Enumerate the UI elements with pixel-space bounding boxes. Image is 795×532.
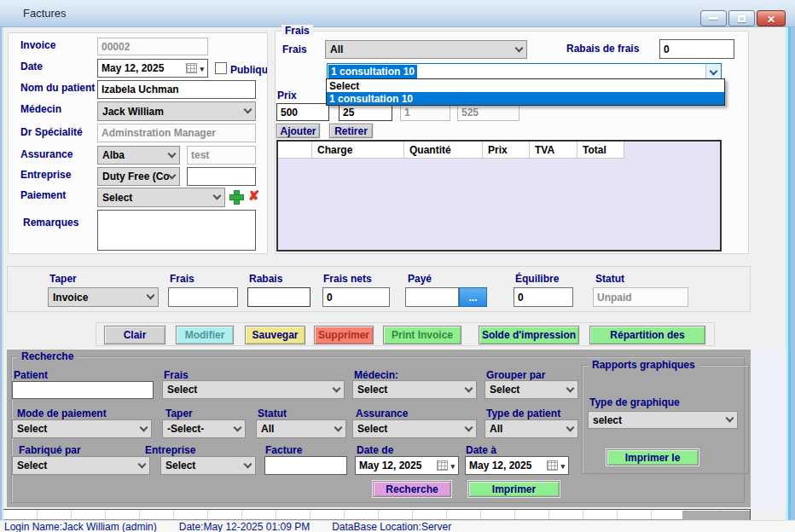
- paye-label: Payé: [408, 273, 432, 285]
- chevron-down-icon: [465, 384, 473, 392]
- combo-dropdown-button[interactable]: [705, 64, 721, 79]
- company-select[interactable]: Duty Free (Co: [97, 167, 180, 186]
- search-medecin-select[interactable]: Select: [352, 380, 477, 399]
- insurance-note-field[interactable]: test: [187, 146, 256, 165]
- search-type-patient-label: Type de patient: [486, 408, 560, 419]
- date-picker[interactable]: May 12, 2025: [97, 59, 208, 78]
- frais-total-field[interactable]: [168, 287, 238, 307]
- chevron-down-icon: [244, 106, 252, 114]
- maximize-icon: [738, 15, 746, 22]
- search-patient-label: Patient: [14, 369, 48, 381]
- insurance-select[interactable]: Alba: [97, 146, 180, 165]
- frais-nets-field[interactable]: 0: [322, 287, 390, 307]
- taper-select[interactable]: Invoice: [48, 287, 159, 307]
- title-bar[interactable]: Factures: [0, 0, 795, 27]
- grid-col-rowheader[interactable]: [278, 142, 312, 159]
- search-entreprise-label: Entreprise: [145, 444, 195, 456]
- status-date: Date:May 12-2025 01:09 PM: [179, 521, 310, 532]
- rabais-de-frais-field[interactable]: 0: [659, 39, 734, 59]
- search-date-de-picker[interactable]: May 12, 2025: [355, 456, 459, 475]
- calendar-icon[interactable]: [437, 460, 448, 471]
- dropdown-option-consultation[interactable]: 1 consultation 10: [327, 92, 724, 105]
- retirer-button[interactable]: Retirer: [329, 124, 373, 138]
- delete-payment-icon[interactable]: [248, 188, 259, 204]
- chevron-down-icon[interactable]: [560, 460, 565, 471]
- payment-select[interactable]: Select: [97, 188, 225, 207]
- modifier-button[interactable]: Modifier: [176, 326, 234, 344]
- chevron-down-icon: [465, 423, 473, 431]
- grid-col-tva[interactable]: TVA: [530, 142, 577, 159]
- invoice-number-field: 00002: [97, 38, 208, 55]
- company-note-field[interactable]: [187, 167, 256, 186]
- graph-type-select[interactable]: select: [588, 411, 738, 429]
- close-button[interactable]: [757, 10, 786, 26]
- clair-button[interactable]: Clair: [104, 326, 165, 344]
- search-statut-select[interactable]: All: [256, 419, 346, 438]
- search-date-a-picker[interactable]: May 12, 2025: [465, 456, 569, 475]
- grid-col-charge[interactable]: Charge: [312, 142, 404, 159]
- rabais-field[interactable]: [247, 287, 310, 307]
- window-title: Factures: [23, 7, 67, 20]
- search-facture-input[interactable]: [264, 456, 347, 475]
- status-login: Login Name:Jack William (admin): [4, 521, 157, 532]
- search-groupbox-legend: Recherche: [18, 350, 77, 362]
- calendar-icon[interactable]: [547, 460, 558, 471]
- charge-select[interactable]: 1 consultation 10: [327, 63, 722, 80]
- maximize-button[interactable]: [728, 10, 755, 26]
- search-mode-label: Mode de paiement: [17, 408, 107, 419]
- publique-checkbox[interactable]: [215, 62, 227, 74]
- paye-field[interactable]: [405, 287, 459, 307]
- search-frais-select[interactable]: Select: [162, 380, 345, 399]
- ajouter-button[interactable]: Ajouter: [276, 124, 320, 138]
- scrollbar-thumb[interactable]: [682, 511, 750, 520]
- search-fabrique-select[interactable]: Select: [12, 456, 150, 475]
- search-taper-label: Taper: [165, 408, 193, 419]
- print-invoice-button[interactable]: Print Invoice: [383, 326, 461, 344]
- minimize-button[interactable]: [700, 10, 727, 26]
- chevron-down-icon: [566, 384, 575, 392]
- paye-browse-button[interactable]: ...: [459, 287, 487, 307]
- chevron-down-icon: [566, 423, 575, 431]
- charges-grid[interactable]: Charge Quantité Prix TVA Total: [276, 140, 722, 252]
- search-entreprise-select[interactable]: Select: [160, 456, 256, 475]
- horizontal-scrollbar[interactable]: [3, 509, 751, 520]
- grid-col-quantite[interactable]: Quantité: [404, 142, 483, 159]
- patient-label: Nom du patient: [20, 82, 95, 94]
- prix-field[interactable]: 500: [276, 103, 329, 121]
- search-mode-select[interactable]: Select: [12, 419, 152, 438]
- dropdown-option-select[interactable]: Select: [327, 79, 724, 92]
- status-database: DataBase Location:Server: [332, 521, 451, 532]
- repartition-button[interactable]: Répartition des: [589, 326, 705, 344]
- chevron-down-icon[interactable]: [450, 460, 455, 471]
- statut-field: Unpaid: [593, 287, 688, 307]
- sauvegar-button[interactable]: Sauvegar: [245, 326, 305, 344]
- quantite-field[interactable]: 25: [339, 103, 392, 121]
- chevron-down-icon[interactable]: [200, 62, 204, 74]
- chevron-down-icon: [710, 66, 718, 75]
- equilibre-field[interactable]: 0: [514, 287, 573, 307]
- insurance-label: Assurance: [20, 148, 73, 160]
- patient-name-field[interactable]: Izabela Uchman: [97, 80, 256, 99]
- actions-panel: Clair Modifier Sauvegar Supprimer Print …: [96, 322, 715, 346]
- frais-filter-select[interactable]: All: [325, 40, 527, 59]
- search-frais-label: Frais: [164, 369, 189, 381]
- frais-groupbox-legend: Frais: [281, 25, 313, 37]
- search-grouper-select[interactable]: Select: [485, 380, 578, 399]
- calendar-icon[interactable]: [186, 63, 197, 73]
- imprimer-le-button[interactable]: Imprimer le: [606, 449, 699, 466]
- company-label: Entreprise: [20, 169, 71, 181]
- grid-col-prix[interactable]: Prix: [483, 142, 530, 159]
- totals-groupbox: Taper Frais Rabais Frais nets Payé Équil…: [7, 266, 751, 312]
- grid-col-total[interactable]: Total: [577, 142, 624, 159]
- solde-impression-button[interactable]: Solde d'impression: [479, 326, 579, 344]
- remarks-textarea[interactable]: [97, 210, 256, 251]
- recherche-button[interactable]: Recherche: [373, 481, 451, 497]
- search-taper-select[interactable]: -Select-: [162, 419, 246, 438]
- search-patient-input[interactable]: [12, 381, 154, 399]
- doctor-select[interactable]: Jack William: [97, 101, 256, 121]
- imprimer-button[interactable]: Imprimer: [468, 481, 560, 497]
- search-type-patient-select[interactable]: All: [485, 419, 578, 438]
- supprimer-button[interactable]: Supprimer: [314, 326, 374, 344]
- charges-grid-header: Charge Quantité Prix TVA Total: [278, 142, 720, 159]
- search-assurance-select[interactable]: Select: [352, 419, 477, 438]
